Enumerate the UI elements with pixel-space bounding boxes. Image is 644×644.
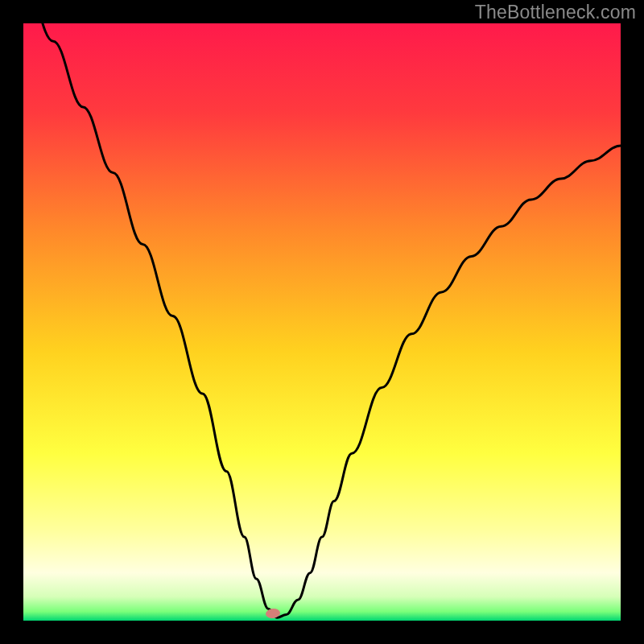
chart-frame: { "watermark": "TheBottleneck.com", "plo…	[0, 0, 644, 644]
watermark-text: TheBottleneck.com	[475, 2, 636, 23]
plot-background	[23, 23, 621, 621]
chart-svg	[0, 0, 644, 644]
